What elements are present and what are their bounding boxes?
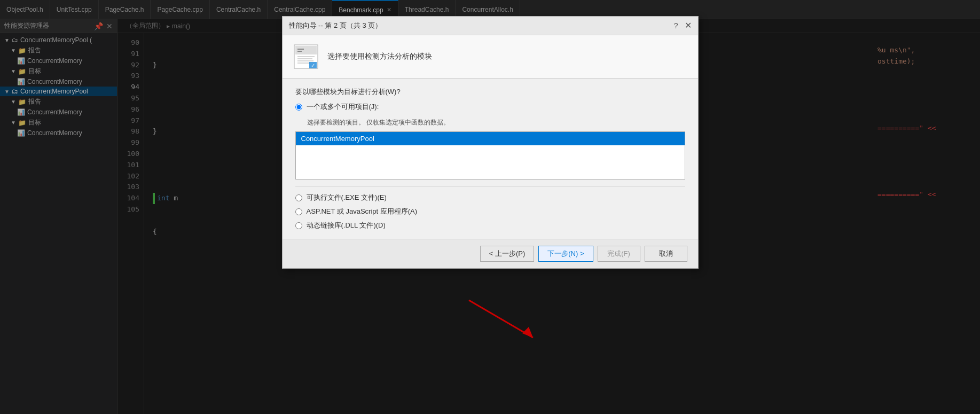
radio-exe-input[interactable] bbox=[295, 194, 302, 201]
dialog-help-icon[interactable]: ? bbox=[674, 21, 678, 30]
radio-asp-input[interactable] bbox=[295, 208, 302, 215]
project-list[interactable]: ConcurrentMemoryPool bbox=[295, 131, 685, 179]
dialog-titlebar: 性能向导 -- 第 2 页（共 3 页） ? ✕ bbox=[283, 17, 698, 35]
performance-wizard-dialog: 性能向导 -- 第 2 页（共 3 页） ? ✕ ✓ bbox=[282, 16, 699, 269]
dialog-close-button[interactable]: ✕ bbox=[685, 21, 692, 30]
dialog-title: 性能向导 -- 第 2 页（共 3 页） bbox=[289, 21, 382, 30]
svg-line-10 bbox=[469, 300, 533, 338]
dialog-section-title: 要以哪些模块为目标进行分析(W)? bbox=[295, 87, 685, 97]
radio-exe-label[interactable]: 可执行文件(.EXE 文件)(E) bbox=[295, 193, 685, 202]
radio-dll-input[interactable] bbox=[295, 222, 302, 229]
next-button[interactable]: 下一步(N) > bbox=[538, 246, 593, 262]
radio-asp-label[interactable]: ASP.NET 或 JavaScript 应用程序(A) bbox=[295, 207, 685, 216]
svg-rect-1 bbox=[295, 46, 317, 54]
dialog-header: ✓ 选择要使用检测方法分析的模块 bbox=[283, 35, 698, 79]
dialog-overlay: 性能向导 -- 第 2 页（共 3 页） ? ✕ ✓ bbox=[0, 0, 980, 414]
cancel-button[interactable]: 取消 bbox=[645, 246, 687, 262]
arrow-annotation bbox=[458, 295, 565, 350]
wizard-svg-icon: ✓ bbox=[293, 44, 319, 69]
dialog-header-text: 选择要使用检测方法分析的模块 bbox=[327, 52, 432, 61]
radio-group-bottom: 可执行文件(.EXE 文件)(E) ASP.NET 或 JavaScript 应… bbox=[295, 193, 685, 230]
radio-group-top: 一个或多个可用项目(J): bbox=[295, 102, 685, 112]
radio-projects-label[interactable]: 一个或多个可用项目(J): bbox=[295, 102, 685, 112]
finish-button[interactable]: 完成(F) bbox=[598, 246, 640, 262]
radio-projects-input[interactable] bbox=[295, 104, 302, 111]
dialog-separator bbox=[295, 186, 685, 186]
project-list-item-0[interactable]: ConcurrentMemoryPool bbox=[296, 132, 685, 145]
svg-text:✓: ✓ bbox=[311, 63, 315, 68]
radio-projects-description: 选择要检测的项目。 仅收集选定项中函数的数据。 bbox=[307, 118, 685, 127]
dialog-footer: < 上一步(P) 下一步(N) > 完成(F) 取消 bbox=[283, 239, 698, 268]
red-arrow-svg bbox=[458, 295, 565, 348]
dialog-body: 要以哪些模块为目标进行分析(W)? 一个或多个可用项目(J): 选择要检测的项目… bbox=[283, 79, 698, 239]
radio-dll-label[interactable]: 动态链接库(.DLL 文件)(D) bbox=[295, 221, 685, 230]
svg-marker-11 bbox=[522, 327, 533, 338]
dialog-wizard-icon: ✓ bbox=[293, 44, 319, 69]
prev-button[interactable]: < 上一步(P) bbox=[480, 246, 535, 262]
